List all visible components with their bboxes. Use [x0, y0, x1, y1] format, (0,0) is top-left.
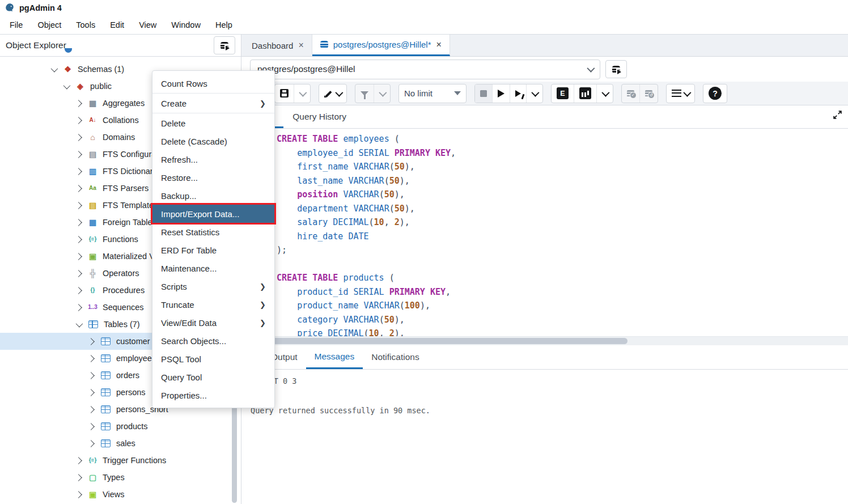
- menubar-item-view[interactable]: View: [132, 20, 164, 29]
- new-connection-button[interactable]: [605, 60, 627, 78]
- menu-item-delete[interactable]: Delete: [152, 114, 274, 132]
- execute-current-button[interactable]: [510, 84, 526, 103]
- tab-dashboard[interactable]: Dashboard ×: [241, 35, 312, 56]
- chevron-down-icon[interactable]: [76, 320, 83, 327]
- menubar-item-tools[interactable]: Tools: [69, 20, 103, 29]
- menu-item-restore[interactable]: Restore...: [152, 168, 274, 187]
- expand-panel-button[interactable]: [833, 110, 842, 122]
- close-icon[interactable]: ×: [436, 40, 442, 50]
- chevron-right-icon[interactable]: [75, 168, 82, 175]
- chevron-down-icon: [683, 88, 691, 96]
- explain-analyze-button[interactable]: [574, 84, 596, 103]
- tab-query-tool[interactable]: postgres/postgres@Hillel* ×: [312, 35, 450, 56]
- filter-button[interactable]: [355, 84, 374, 103]
- menu-item-psql-tool[interactable]: PSQL Tool: [152, 350, 274, 368]
- chevron-right-icon[interactable]: [75, 253, 82, 260]
- object-explorer-header: Object Explorer: [0, 35, 241, 57]
- tab-messages[interactable]: Messages: [306, 345, 363, 369]
- menu-item-reset-statistics[interactable]: Reset Statistics: [152, 223, 274, 241]
- sql-code-line: salary DECIMAL(10, 2),: [277, 215, 848, 230]
- chevron-right-icon[interactable]: [87, 423, 95, 430]
- editor-horizontal-scrollbar[interactable]: [241, 336, 848, 345]
- chevron-down-icon[interactable]: [63, 82, 71, 89]
- menu-item-delete-cascade[interactable]: Delete (Cascade): [152, 132, 274, 150]
- execute-button[interactable]: [492, 84, 510, 103]
- help-button[interactable]: ?: [703, 84, 727, 103]
- chevron-right-icon[interactable]: [75, 270, 82, 277]
- chevron-right-icon[interactable]: [75, 151, 82, 158]
- chevron-right-icon[interactable]: [87, 389, 95, 396]
- close-icon[interactable]: ×: [298, 40, 303, 50]
- tree-item-label: employees: [116, 354, 156, 363]
- menu-item-truncate[interactable]: Truncate❯: [152, 295, 274, 314]
- chevron-right-icon[interactable]: [75, 457, 82, 464]
- materialized-views-icon: ▣: [87, 252, 98, 260]
- menu-item-search-objects[interactable]: Search Objects...: [152, 332, 274, 350]
- explain-button[interactable]: E: [552, 84, 574, 103]
- object-explorer-menu-button[interactable]: [214, 36, 235, 54]
- save-options-button[interactable]: [294, 84, 310, 103]
- tables-icon: [88, 320, 98, 328]
- tree-item-sales[interactable]: sales: [0, 435, 241, 452]
- limit-select[interactable]: No limit: [399, 84, 466, 103]
- commit-button[interactable]: ✓: [622, 84, 639, 103]
- scrollbar-thumb[interactable]: [247, 338, 627, 344]
- menubar-item-object[interactable]: Object: [30, 20, 69, 29]
- chevron-right-icon[interactable]: [75, 134, 82, 141]
- chevron-right-icon[interactable]: [75, 491, 82, 498]
- menu-item-import-export-data[interactable]: Import/Export Data...: [152, 205, 274, 223]
- menu-item-create[interactable]: Create❯: [152, 94, 274, 112]
- menubar-item-help[interactable]: Help: [208, 20, 240, 29]
- save-button[interactable]: [275, 84, 294, 103]
- macros-button[interactable]: [667, 84, 694, 103]
- execute-options-button[interactable]: [526, 84, 542, 103]
- table-icon: [101, 337, 111, 345]
- main-panel: Dashboard × postgres/postgres@Hillel* × …: [241, 35, 848, 504]
- chevron-right-icon[interactable]: [75, 219, 82, 226]
- chevron-down-icon[interactable]: [51, 65, 58, 72]
- chevron-right-icon[interactable]: [75, 287, 82, 294]
- cancel-query-button[interactable]: [475, 84, 492, 103]
- menu-item-scripts[interactable]: Scripts❯: [152, 277, 274, 295]
- tree-item-types[interactable]: ▢Types: [0, 469, 241, 486]
- edit-button[interactable]: [319, 84, 346, 103]
- views-icon: ▣: [87, 490, 98, 498]
- connection-select[interactable]: postgres/postgres@Hillel: [250, 60, 600, 79]
- chevron-down-icon: [531, 88, 539, 96]
- chevron-right-icon[interactable]: [87, 372, 95, 379]
- menu-item-view-edit-data[interactable]: View/Edit Data❯: [152, 314, 274, 332]
- tree-item-label: Types: [103, 473, 125, 482]
- menubar-item-edit[interactable]: Edit: [103, 20, 132, 29]
- menu-item-maintenance[interactable]: Maintenance...: [152, 259, 274, 277]
- chevron-right-icon[interactable]: [75, 236, 82, 243]
- menu-item-count-rows[interactable]: Count Rows: [152, 74, 274, 92]
- menu-item-refresh[interactable]: Refresh...: [152, 150, 274, 168]
- tab-notifications[interactable]: Notifications: [363, 345, 427, 369]
- rollback-button[interactable]: ↺: [639, 84, 658, 103]
- tab-query-history[interactable]: Query History: [283, 105, 355, 128]
- menubar-item-window[interactable]: Window: [164, 20, 208, 29]
- chevron-right-icon[interactable]: [75, 100, 82, 107]
- chevron-right-icon[interactable]: [75, 185, 82, 192]
- trigger-functions-icon: {≡}: [87, 458, 98, 463]
- chevron-right-icon[interactable]: [87, 440, 95, 447]
- chevron-right-icon[interactable]: [75, 117, 82, 124]
- menu-item-erd-for-table[interactable]: ERD For Table: [152, 241, 274, 259]
- chevron-right-icon[interactable]: [75, 304, 82, 311]
- chevron-right-icon[interactable]: [87, 355, 95, 362]
- filter-options-button[interactable]: [374, 84, 390, 103]
- explain-options-button[interactable]: [596, 84, 613, 103]
- menu-item-properties[interactable]: Properties...: [152, 386, 274, 404]
- menu-item-backup[interactable]: Backup...: [152, 187, 274, 205]
- chevron-right-icon[interactable]: [87, 406, 95, 413]
- chevron-right-icon[interactable]: [87, 338, 95, 345]
- tree-item-views[interactable]: ▣Views: [0, 486, 241, 503]
- connection-row: postgres/postgres@Hillel: [241, 57, 848, 82]
- menubar-item-file[interactable]: File: [2, 20, 30, 29]
- chevron-right-icon[interactable]: [75, 202, 82, 209]
- menu-item-query-tool[interactable]: Query Tool: [152, 368, 274, 386]
- sql-editor[interactable]: CREATE TABLE employees ( employee_id SER…: [241, 129, 848, 336]
- tree-item-trigger-functions[interactable]: {≡}Trigger Functions: [0, 452, 241, 469]
- tree-item-products[interactable]: products: [0, 418, 241, 435]
- chevron-right-icon[interactable]: [75, 474, 82, 481]
